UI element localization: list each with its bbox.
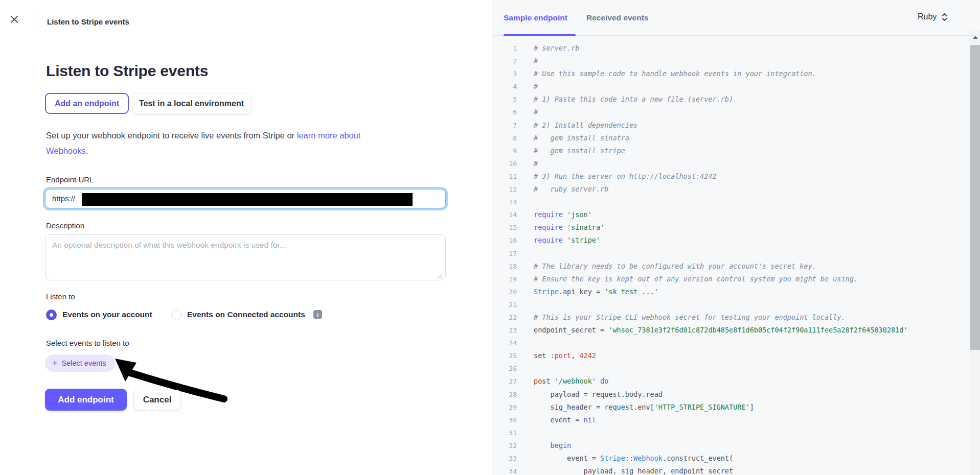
select-events-button[interactable]: + Select events [45, 354, 116, 372]
code-line: 5# 1) Paste this code into a new file (s… [492, 93, 970, 106]
close-button[interactable] [7, 12, 21, 27]
line-number: 24 [492, 337, 517, 349]
line-number: 2 [492, 55, 517, 67]
line-number: 32 [492, 439, 517, 452]
code-line: 22# This is your Stripe CLI webhook secr… [492, 311, 970, 324]
scroll-up-arrow-icon [973, 36, 978, 39]
tab-test-local-environment[interactable]: Test in a local environment [132, 93, 251, 114]
code-line: 19# Ensure the key is kept out of any ve… [492, 273, 970, 286]
description-placeholder: An optional description of what this web… [52, 241, 286, 250]
language-selector[interactable]: Ruby [918, 12, 948, 21]
select-events-button-label: Select events [62, 359, 106, 367]
scrollbar[interactable] [970, 31, 980, 475]
code-line: 28 payload = request.body.read [492, 388, 970, 401]
code-line: 34 payload, sig_header, endpoint_secret [492, 465, 970, 475]
line-number: 18 [492, 260, 517, 273]
add-endpoint-button[interactable]: Add endpoint [45, 389, 127, 411]
screen: Listen to Stripe events Listen to Stripe… [0, 0, 980, 475]
language-selector-value: Ruby [918, 12, 937, 21]
code-line: 12# ruby server.rb [492, 183, 970, 196]
line-number: 33 [492, 452, 517, 465]
code-line: 6# [492, 106, 970, 118]
code-line: 25set :port, 4242 [492, 349, 970, 362]
line-number: 31 [492, 426, 517, 439]
line-number: 7 [492, 119, 517, 132]
code-line: 29 sig_header = request.env['HTTP_STRIPE… [492, 401, 970, 414]
tab-sample-endpoint[interactable]: Sample endpoint [504, 13, 567, 22]
intro-period: . [86, 146, 88, 155]
code-line: 30 event = nil [492, 414, 970, 426]
intro-link-line2[interactable]: Webhooks [46, 146, 86, 155]
radio-events-on-connected-accounts-label[interactable]: Events on Connected accounts [187, 310, 305, 319]
code-line: 3# Use this sample code to handle webhoo… [492, 67, 970, 80]
radio-events-on-your-account-label[interactable]: Events on your account [62, 310, 152, 319]
radio-events-on-connected-accounts[interactable] [171, 310, 182, 320]
intro-text: Set up your webhook endpoint to receive … [46, 128, 445, 158]
description-label: Description [46, 221, 84, 230]
line-number: 15 [492, 221, 517, 234]
info-icon[interactable]: i [313, 310, 322, 319]
line-number: 27 [492, 375, 517, 388]
radio-events-on-your-account[interactable] [46, 310, 57, 320]
endpoint-url-label: Endpoint URL [46, 175, 94, 184]
line-number: 20 [492, 286, 517, 298]
code-line: 24 [492, 337, 970, 349]
select-events-label: Select events to listen to [46, 339, 129, 347]
code-line: 7# 2) Install dependencies [492, 119, 970, 132]
line-number: 30 [492, 414, 517, 426]
line-number: 17 [492, 247, 517, 260]
topbar-title: Listen to Stripe events [47, 17, 129, 26]
close-icon [10, 15, 18, 23]
tab-add-an-endpoint[interactable]: Add an endpoint [45, 93, 129, 114]
tab-add-an-endpoint-label: Add an endpoint [55, 99, 119, 108]
code-panel-header: Sample endpoint Received events Ruby [492, 0, 980, 36]
cancel-button[interactable]: Cancel [133, 390, 181, 410]
endpoint-url-value-prefix: https:// [52, 194, 75, 203]
code-line: 1# server.rb [492, 42, 970, 55]
line-number: 10 [492, 157, 517, 170]
code-line: 20Stripe.api_key = 'sk_test_...' [492, 286, 970, 298]
line-number: 16 [492, 234, 517, 247]
plus-icon: + [52, 359, 58, 368]
code-line: 18# The library needs to be configured w… [492, 260, 970, 273]
line-number: 5 [492, 93, 517, 106]
code-line: 14require 'json' [492, 208, 970, 221]
code-panel: Sample endpoint Received events Ruby 1# … [492, 0, 980, 475]
line-number: 6 [492, 106, 517, 118]
code-line: 11# 3) Run the server on http://localhos… [492, 170, 970, 183]
endpoint-url-input[interactable]: https:// [45, 189, 446, 208]
page-title: Listen to Stripe events [46, 62, 208, 80]
code-line: 26 [492, 362, 970, 375]
resize-handle-icon[interactable] [437, 272, 443, 278]
line-number: 26 [492, 362, 517, 375]
code-line: 9# gem install stripe [492, 145, 970, 157]
description-textarea[interactable]: An optional description of what this web… [45, 234, 446, 280]
line-number: 14 [492, 208, 517, 221]
code-line: 16require 'stripe' [492, 234, 970, 247]
line-number: 25 [492, 349, 517, 362]
code-line: 23endpoint_secret = 'whsec_7381e3f2f6d01… [492, 324, 970, 337]
line-number: 3 [492, 67, 517, 80]
code-lines: 1# server.rb2#3# Use this sample code to… [492, 36, 970, 475]
line-number: 21 [492, 298, 517, 311]
code-line: 8# gem install sinatra [492, 132, 970, 145]
scrollbar-up-button[interactable] [970, 31, 980, 44]
intro-link-line1[interactable]: learn more about [297, 131, 361, 140]
scrollbar-thumb[interactable] [970, 45, 980, 350]
line-number: 19 [492, 273, 517, 286]
code-line: 27post '/webhook' do [492, 375, 970, 388]
line-number: 13 [492, 196, 517, 208]
listen-to-label: Listen to [46, 292, 75, 301]
code-line: 17 [492, 247, 970, 260]
line-number: 23 [492, 324, 517, 337]
redaction-bar [82, 193, 413, 206]
line-number: 4 [492, 80, 517, 93]
tab-received-events[interactable]: Received events [586, 13, 649, 22]
code-line: 2# [492, 55, 970, 67]
line-number: 22 [492, 311, 517, 324]
code-line: 10# [492, 157, 970, 170]
topbar-divider [36, 15, 36, 29]
intro-before-link: Set up your webhook endpoint to receive … [46, 131, 294, 140]
code-line: 21 [492, 298, 970, 311]
code-line: 33 event = Stripe::Webhook.construct_eve… [492, 452, 970, 465]
